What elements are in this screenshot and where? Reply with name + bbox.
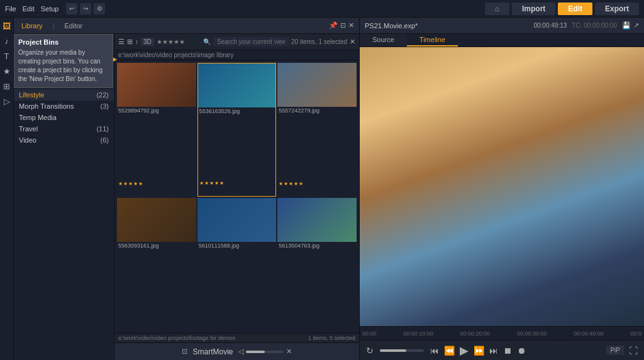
rating-0: ★★★★★ [118,181,143,187]
media-item-0[interactable]: ★★★★★ 5529894792.jpg [117,63,196,197]
project-item-video[interactable]: Video (6) [14,134,114,146]
sm-icon[interactable]: ⊡ [182,347,187,356]
thumb-3 [117,198,196,242]
fullscreen-button[interactable]: ⛶ [628,344,639,357]
sm-close-icon[interactable]: ✕ [286,347,292,356]
preview-save-icon[interactable]: 💾 [622,21,631,30]
sm-controls: ⊡ [182,347,187,356]
media-toolbar: ☰ ⊞ ↕ 3D ★★★★★ 🔍 20 items, 1 selected ✕ [114,34,359,50]
sidebar-icon-overlay[interactable]: ⊞ [1,80,13,92]
preview-filename: PS21.Movie.exp* [365,22,418,30]
media-count-bottom: 1 items, 0 selected [308,335,355,341]
thumb-5 [277,198,357,242]
menu-file[interactable]: File [5,5,16,13]
sidebar-icon-fx[interactable]: ★ [1,65,13,77]
thumb-placeholder-3 [117,198,196,242]
project-item-morph[interactable]: Morph Transitions (3) [14,101,114,112]
home-button[interactable]: ⌂ [485,3,509,15]
sidebar-icon-transition[interactable]: ▷ [1,95,13,107]
project-item-travel[interactable]: Travel (11) [14,123,114,134]
tooltip-title: Project Bins [18,38,109,46]
volume-fill [380,349,406,352]
video-frame [360,47,644,326]
thumb-placeholder-0 [117,63,196,107]
media-label-2: 5557242279.jpg [277,107,357,114]
menu-edit[interactable]: Edit [23,5,35,13]
thumb-1 [198,63,276,107]
preview-share-icon[interactable]: ↗ [633,21,639,30]
step-forward-button[interactable]: ⏩ [472,344,486,357]
edit-button[interactable]: Edit [558,3,592,15]
thumb-4 [197,198,277,242]
media-item-3[interactable]: 5563093161.jpg [117,198,196,330]
library-panel: Library | Editor 📌 ⊡ ✕ 📁 ⊞ ↕ Pr [14,18,360,360]
close-search-icon[interactable]: ✕ [350,38,355,46]
media-label-3: 5563093161.jpg [117,242,196,249]
pip-button[interactable]: PiP [606,346,624,355]
media-label-5: 5613504763.jpg [277,242,357,249]
thumb-placeholder-5 [277,198,357,242]
media-item-1[interactable]: ★★★★★ 5536163526.jpg [197,63,277,197]
list-view-icon[interactable]: ☰ [118,38,125,46]
project-bins-tooltip: Project Bins Organize your media by crea… [14,34,113,88]
media-item-5[interactable]: 5613504763.jpg [277,198,357,330]
step-back-button[interactable]: ⏪ [443,344,456,357]
media-toolbar-right: 🔍 20 items, 1 selected ✕ [203,37,355,46]
sort-icon[interactable]: ↕ [135,38,138,45]
mark-5: 00:0 [630,330,641,337]
tooltip-text: Organize your media by creating project … [18,48,109,84]
pin-icon[interactable]: 📌 [329,21,338,30]
preview-timeline-bar: 00:00 00:00:10:00 00:00:20:00 00:00:30:0… [360,326,644,340]
tab-library[interactable]: Library [19,22,45,30]
undo-button[interactable]: ↩ [66,3,77,14]
thumb-placeholder-2 [277,63,357,107]
tab-timeline[interactable]: Timeline [407,34,458,46]
stop-button[interactable]: ⏹ [502,344,513,357]
media-item-2[interactable]: ★★★★★ 5557242279.jpg [277,63,357,197]
menu-setup[interactable]: Setup [41,5,59,13]
settings-button[interactable]: ⚙ [94,3,105,14]
skip-start-button[interactable]: ⏮ [429,344,440,357]
tab-source[interactable]: Source [360,34,407,46]
menu-items: File Edit Setup [5,5,58,13]
sidebar-icon-text[interactable]: T [1,50,13,62]
grid-view-icon[interactable]: ⊞ [127,38,133,46]
media-label-1: 5536163526.jpg [198,107,276,115]
media-label-0: 5529894792.jpg [117,107,196,114]
top-icons: ↩ ↪ ⚙ [66,3,105,14]
mark-2: 00:00:20:00 [460,330,491,337]
redo-button[interactable]: ↪ [80,3,91,14]
smartmovie-bar: ⊡ SmartMovie ◁ ✕ [114,342,359,360]
import-button[interactable]: Import [512,3,555,15]
mark-3: 00:00:30:00 [517,330,547,337]
mark-0: 00:00 [362,330,377,337]
timeline-markers: 00:00 00:00:10:00 00:00:20:00 00:00:30:0… [362,330,641,337]
sidebar-icon-media[interactable]: 🖼 [1,20,13,31]
record-button[interactable]: ⏺ [516,344,527,357]
left-panel: 📁 ⊞ ↕ Project Bins Organize your media b… [14,34,114,360]
preview-header: PS21.Movie.exp* 00:00:49:13 TC: 00:00:00… [360,18,644,34]
sm-vol-icon[interactable]: ◁ [238,347,243,356]
project-item-temp[interactable]: Temp Media [14,112,114,123]
export-button[interactable]: Export [595,3,639,15]
search-input[interactable] [213,37,289,46]
play-button[interactable]: ▶ [458,342,470,359]
media-label-4: 5610111588.jpg [197,242,277,249]
project-item-lifestyle[interactable]: Lifestyle (22) [14,89,114,101]
maximize-icon[interactable]: ⊡ [340,21,346,30]
close-panel-icon[interactable]: ✕ [348,21,354,30]
media-grid: ★★★★★ 5529894792.jpg ★★★★★ 5536163526.jp… [114,60,359,333]
media-path-bottom: e:\work\video\video projects\footage for… [118,335,235,341]
panel-header: Library | Editor 📌 ⊡ ✕ [14,18,359,34]
media-area: ☰ ⊞ ↕ 3D ★★★★★ 🔍 20 items, 1 selected ✕ … [114,34,359,360]
mark-4: 00:00:40:00 [574,330,604,337]
loop-button[interactable]: ↻ [365,344,375,357]
rating-2: ★★★★★ [279,181,303,187]
volume-control[interactable] [380,349,424,352]
skip-end-button[interactable]: ⏭ [488,344,499,357]
sidebar-icon-music[interactable]: ♪ [1,35,13,46]
top-bar: File Edit Setup ↩ ↪ ⚙ ⌂ Import Edit Expo… [0,0,644,18]
tab-editor[interactable]: Editor [62,22,85,30]
media-item-4[interactable]: 5610111588.jpg [197,198,277,330]
rating-1: ★★★★★ [199,180,224,186]
